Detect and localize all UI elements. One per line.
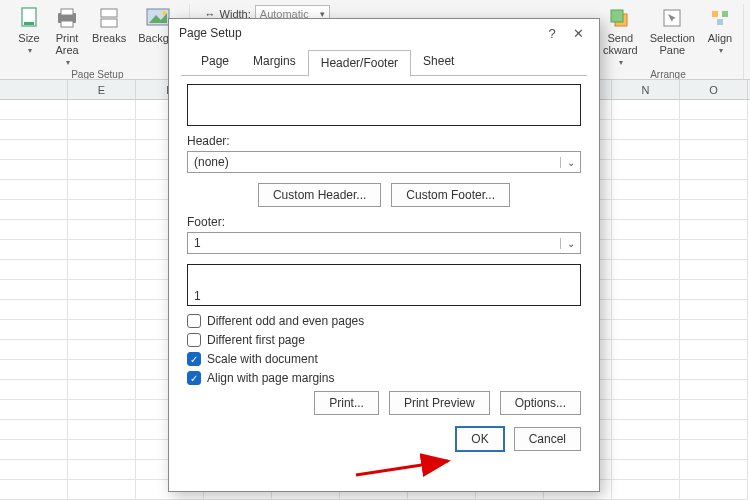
cell[interactable] [612, 420, 680, 440]
column-header[interactable]: N [612, 80, 680, 99]
tab-sheet[interactable]: Sheet [411, 49, 466, 76]
custom-header-button[interactable]: Custom Header... [258, 183, 381, 207]
checkbox[interactable] [187, 314, 201, 328]
help-button[interactable]: ? [539, 26, 565, 41]
options-button[interactable]: Options... [500, 391, 581, 415]
checkbox-row[interactable]: ✓Scale with document [187, 352, 581, 366]
cell[interactable] [0, 440, 68, 460]
cell[interactable] [0, 320, 68, 340]
send-backward-button[interactable]: Send ckward▾ [599, 4, 642, 69]
cell[interactable] [0, 380, 68, 400]
cell[interactable] [0, 260, 68, 280]
column-header[interactable] [0, 80, 68, 99]
cell[interactable] [0, 100, 68, 120]
cell[interactable] [612, 360, 680, 380]
print-area-button[interactable]: Print Area▾ [50, 4, 84, 69]
cell[interactable] [612, 100, 680, 120]
cell[interactable] [612, 280, 680, 300]
cell[interactable] [68, 240, 136, 260]
cell[interactable] [680, 300, 748, 320]
cell[interactable] [0, 200, 68, 220]
cell[interactable] [68, 460, 136, 480]
cell[interactable] [612, 480, 680, 500]
cell[interactable] [0, 300, 68, 320]
cell[interactable] [680, 380, 748, 400]
header-combo[interactable]: (none) ⌄ [187, 151, 581, 173]
cell[interactable] [680, 340, 748, 360]
cell[interactable] [0, 220, 68, 240]
cell[interactable] [0, 340, 68, 360]
chevron-down-icon[interactable]: ⌄ [560, 157, 580, 168]
cell[interactable] [0, 360, 68, 380]
cell[interactable] [680, 160, 748, 180]
cell[interactable] [68, 300, 136, 320]
cell[interactable] [612, 120, 680, 140]
cell[interactable] [68, 320, 136, 340]
checkbox-row[interactable]: Different first page [187, 333, 581, 347]
cell[interactable] [68, 280, 136, 300]
selection-pane-button[interactable]: Selection Pane [646, 4, 699, 58]
cell[interactable] [612, 380, 680, 400]
cell[interactable] [68, 480, 136, 500]
cell[interactable] [68, 180, 136, 200]
cell[interactable] [680, 420, 748, 440]
cell[interactable] [612, 400, 680, 420]
cell[interactable] [680, 140, 748, 160]
cell[interactable] [0, 120, 68, 140]
cell[interactable] [612, 320, 680, 340]
checkbox[interactable]: ✓ [187, 352, 201, 366]
cell[interactable] [612, 140, 680, 160]
cell[interactable] [68, 100, 136, 120]
cell[interactable] [68, 200, 136, 220]
cell[interactable] [680, 480, 748, 500]
cell[interactable] [612, 460, 680, 480]
tab-page[interactable]: Page [189, 49, 241, 76]
tab-header-footer[interactable]: Header/Footer [308, 50, 411, 77]
cell[interactable] [68, 440, 136, 460]
tab-margins[interactable]: Margins [241, 49, 308, 76]
cell[interactable] [680, 200, 748, 220]
cancel-button[interactable]: Cancel [514, 427, 581, 451]
column-header[interactable]: O [680, 80, 748, 99]
cell[interactable] [680, 400, 748, 420]
ok-button[interactable]: OK [456, 427, 503, 451]
cell[interactable] [68, 420, 136, 440]
cell[interactable] [612, 160, 680, 180]
checkbox-row[interactable]: Different odd and even pages [187, 314, 581, 328]
cell[interactable] [0, 140, 68, 160]
cell[interactable] [68, 400, 136, 420]
cell[interactable] [68, 120, 136, 140]
cell[interactable] [0, 460, 68, 480]
cell[interactable] [68, 340, 136, 360]
cell[interactable] [680, 360, 748, 380]
cell[interactable] [680, 180, 748, 200]
cell[interactable] [68, 160, 136, 180]
checkbox[interactable]: ✓ [187, 371, 201, 385]
cell[interactable] [680, 460, 748, 480]
size-button[interactable]: Size▾ [12, 4, 46, 57]
footer-combo[interactable]: 1 ⌄ [187, 232, 581, 254]
cell[interactable] [680, 320, 748, 340]
cell[interactable] [0, 240, 68, 260]
cell[interactable] [680, 100, 748, 120]
cell[interactable] [0, 280, 68, 300]
cell[interactable] [680, 220, 748, 240]
cell[interactable] [612, 180, 680, 200]
cell[interactable] [68, 360, 136, 380]
chevron-down-icon[interactable]: ⌄ [560, 238, 580, 249]
cell[interactable] [612, 300, 680, 320]
cell[interactable] [68, 380, 136, 400]
cell[interactable] [680, 260, 748, 280]
checkbox-row[interactable]: ✓Align with page margins [187, 371, 581, 385]
cell[interactable] [612, 340, 680, 360]
print-preview-button[interactable]: Print Preview [389, 391, 490, 415]
cell[interactable] [680, 240, 748, 260]
close-button[interactable]: ✕ [565, 26, 591, 41]
cell[interactable] [0, 480, 68, 500]
cell[interactable] [612, 440, 680, 460]
custom-footer-button[interactable]: Custom Footer... [391, 183, 510, 207]
breaks-button[interactable]: Breaks [88, 4, 130, 46]
cell[interactable] [68, 140, 136, 160]
cell[interactable] [0, 400, 68, 420]
column-header[interactable]: E [68, 80, 136, 99]
